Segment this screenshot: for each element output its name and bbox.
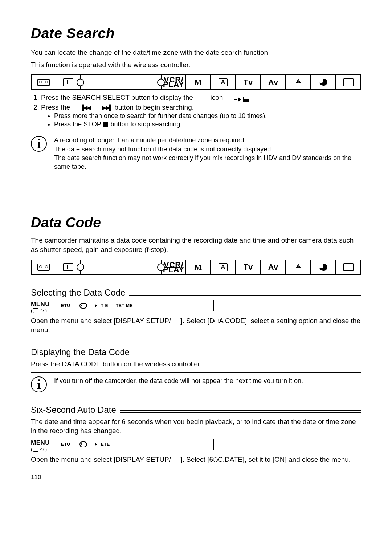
dc-intro: The camcorder maintains a data code cont…: [31, 236, 361, 254]
menu-path-box: ETU T E TET ME: [57, 300, 214, 311]
mode-av: Av: [261, 260, 286, 274]
settings-icon: [213, 457, 218, 462]
mode-m: M: [186, 260, 211, 274]
ds-info-2: The date search may not function if the …: [54, 145, 361, 154]
submenu-arrow-icon: [95, 304, 97, 307]
mode-night-icon: [311, 260, 336, 274]
mode-rec-icon: [336, 260, 360, 274]
divider: [31, 372, 361, 373]
display-setup-icon: [79, 303, 87, 309]
page-number: 110: [31, 474, 361, 481]
mode-tv: Tv: [236, 260, 261, 274]
display-setup-icon: [79, 441, 87, 447]
mode-tape-icon: [32, 75, 56, 89]
mode-slider-gap: [81, 260, 162, 274]
mode-a: A: [211, 260, 236, 274]
info-icon: 1: [31, 136, 47, 152]
menu-label: MENU ( 27): [31, 439, 57, 452]
selecting-menu-text: Open the menu and select [DISPLAY SETUP/…: [31, 316, 361, 335]
mode-spotlight-icon: [286, 75, 311, 89]
calendar-result-icon: [234, 97, 249, 102]
displaying-text: Press the DATA CODE button on the wirele…: [31, 359, 361, 369]
dc-info-block: 1 If you turn off the camcorder, the dat…: [31, 376, 361, 392]
ds-info-1: A recording of longer than a minute per …: [54, 136, 361, 144]
settings-icon: [214, 319, 219, 323]
mode-strip: VCR/ PLAY M A Tv Av: [31, 74, 361, 90]
mode-vcr-play: VCR/ PLAY: [162, 75, 186, 89]
ds-intro1: You can locate the change of the date/ti…: [31, 48, 361, 57]
divider: [31, 132, 361, 132]
mode-spotlight-icon: [286, 260, 311, 274]
subhead-displaying: Displaying the Data Code: [31, 347, 361, 357]
menu-label: MENU ( 27): [31, 300, 57, 313]
six-second-text: The date and time appear for 6 seconds w…: [31, 417, 361, 436]
mode-strip: VCR/ PLAY M A Tv Av: [31, 260, 361, 275]
ffwd-icon: ▶▶▌: [102, 104, 113, 111]
subhead-selecting: Selecting the Data Code: [31, 288, 361, 298]
six-second-menu-text: Open the menu and select [DISPLAY SETUP/…: [31, 455, 361, 464]
info-icon: 1: [31, 376, 47, 392]
subhead-six-second: Six-Second Auto Date: [31, 405, 361, 415]
stop-icon: [103, 122, 108, 127]
mode-rec-icon: [336, 75, 360, 89]
mode-tv: Tv: [236, 75, 261, 89]
ds-sub-bullets: Press more than once to search for furth…: [46, 112, 361, 128]
mode-vcr-play: VCR/ PLAY: [162, 260, 186, 274]
ds-intro2: This function is operated with the wirel…: [31, 60, 361, 70]
submenu-arrow-icon: [95, 443, 97, 446]
book-icon: [33, 308, 38, 313]
mode-m: M: [186, 75, 211, 89]
ds-bullet-2: Press the STOP button to stop searching.: [54, 121, 361, 128]
mode-night-icon: [311, 75, 336, 89]
ds-bullet-1: Press more than once to search for furth…: [54, 112, 361, 120]
menu-path-box: ETU ETE: [57, 439, 214, 450]
mode-av: Av: [261, 75, 286, 89]
book-icon: [33, 447, 38, 452]
ds-steps: Press the SEARCH SELECT button to displa…: [33, 94, 361, 128]
mode-a: A: [211, 75, 236, 89]
rewind-icon: ▐◀◀: [80, 104, 90, 111]
heading-date-search: Date Search: [31, 25, 361, 41]
mode-slider-gap: [81, 75, 162, 89]
ds-info-block: 1 A recording of longer than a minute pe…: [31, 136, 361, 171]
ds-info-3: The date search function may not work co…: [54, 154, 361, 171]
ds-step-2: Press the ▐◀◀ ▶▶▌ button to begin search…: [41, 103, 361, 128]
mode-tape-icon: [32, 260, 56, 274]
ds-step-1: Press the SEARCH SELECT button to displa…: [41, 94, 361, 102]
dc-info-text: If you turn off the camcorder, the data …: [54, 376, 303, 385]
menu-path-row: MENU ( 27) ETU ETE: [31, 439, 361, 452]
heading-data-code: Data Code: [31, 215, 361, 231]
menu-path-row: MENU ( 27) ETU T E TET ME: [31, 300, 361, 313]
